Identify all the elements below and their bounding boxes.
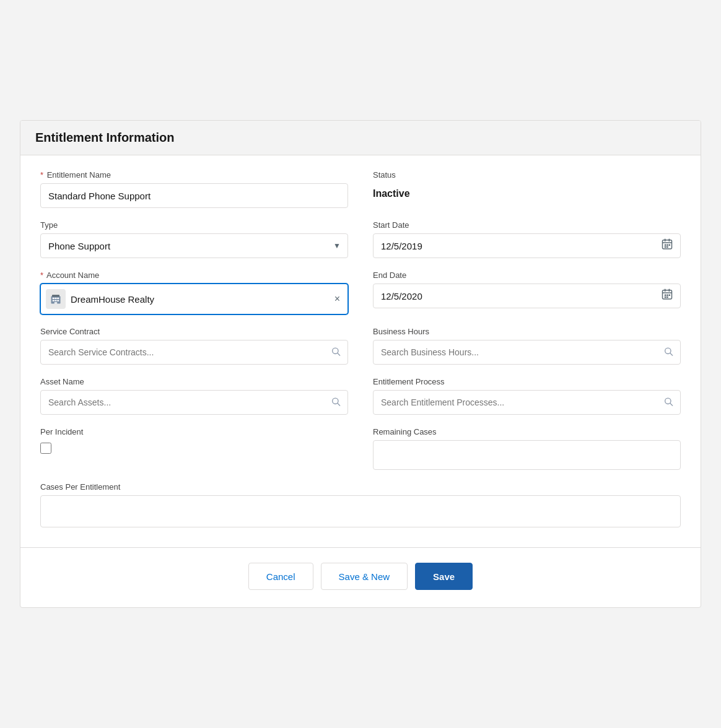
business-hours-wrapper bbox=[373, 340, 681, 365]
required-asterisk-2: * bbox=[40, 271, 43, 280]
service-contract-group: Service Contract bbox=[40, 327, 348, 365]
asset-name-input[interactable] bbox=[40, 390, 348, 415]
entitlement-process-wrapper bbox=[373, 390, 681, 415]
entitlement-process-label: Entitlement Process bbox=[373, 377, 681, 386]
cases-per-entitlement-input[interactable] bbox=[40, 495, 681, 527]
asset-name-wrapper bbox=[40, 390, 348, 415]
account-building-icon bbox=[46, 289, 66, 309]
per-incident-group: Per Incident bbox=[40, 427, 348, 470]
account-name-label: * Account Name bbox=[40, 271, 348, 280]
entitlement-process-group: Entitlement Process bbox=[373, 377, 681, 415]
status-label: Status bbox=[373, 170, 681, 180]
type-select[interactable]: Phone Support Web Email bbox=[40, 233, 348, 258]
account-name-text: DreamHouse Realty bbox=[71, 294, 332, 305]
svg-rect-22 bbox=[665, 295, 666, 297]
svg-rect-4 bbox=[665, 245, 666, 246]
svg-rect-11 bbox=[53, 298, 55, 299]
business-hours-input[interactable] bbox=[373, 340, 681, 365]
svg-rect-10 bbox=[52, 295, 59, 297]
modal-header: Entitlement Information bbox=[20, 121, 701, 155]
service-contract-input[interactable] bbox=[40, 340, 348, 365]
cancel-button[interactable]: Cancel bbox=[248, 563, 313, 590]
start-date-wrapper bbox=[373, 233, 681, 258]
cases-per-entitlement-label: Cases Per Entitlement bbox=[40, 482, 681, 492]
remaining-cases-label: Remaining Cases bbox=[373, 427, 681, 436]
save-new-button[interactable]: Save & New bbox=[321, 563, 408, 590]
svg-rect-16 bbox=[57, 300, 59, 301]
svg-rect-7 bbox=[665, 246, 666, 248]
remaining-cases-group: Remaining Cases bbox=[373, 427, 681, 470]
start-date-label: Start Date bbox=[373, 220, 681, 230]
status-group: Status Inactive bbox=[373, 170, 681, 208]
svg-rect-5 bbox=[666, 245, 668, 246]
per-incident-label: Per Incident bbox=[40, 427, 348, 436]
svg-rect-26 bbox=[666, 297, 668, 298]
entitlement-information-modal: Entitlement Information * Entitlement Na… bbox=[20, 120, 701, 608]
start-date-input[interactable] bbox=[373, 233, 681, 258]
save-button[interactable]: Save bbox=[415, 563, 473, 590]
business-hours-label: Business Hours bbox=[373, 327, 681, 336]
svg-rect-17 bbox=[55, 302, 58, 303]
modal-title: Entitlement Information bbox=[35, 131, 686, 145]
end-date-wrapper bbox=[373, 284, 681, 308]
svg-rect-14 bbox=[53, 300, 55, 301]
type-label: Type bbox=[40, 220, 348, 230]
svg-rect-13 bbox=[57, 298, 59, 299]
entitlement-name-input[interactable] bbox=[40, 183, 348, 208]
entitlement-name-label: * Entitlement Name bbox=[40, 170, 348, 180]
modal-body: * Entitlement Name Status Inactive Type … bbox=[20, 155, 701, 542]
entitlement-name-group: * Entitlement Name bbox=[40, 170, 348, 208]
type-group: Type Phone Support Web Email ▼ bbox=[40, 220, 348, 258]
svg-rect-24 bbox=[669, 295, 671, 297]
end-date-input[interactable] bbox=[373, 284, 681, 308]
modal-footer: Cancel Save & New Save bbox=[20, 547, 701, 607]
remaining-cases-input[interactable] bbox=[373, 440, 681, 470]
per-incident-checkbox-wrapper bbox=[40, 443, 348, 454]
account-input-wrapper[interactable]: DreamHouse Realty × bbox=[40, 284, 348, 314]
asset-name-label: Asset Name bbox=[40, 377, 348, 386]
svg-rect-8 bbox=[666, 246, 668, 248]
end-calendar-icon[interactable] bbox=[661, 288, 673, 304]
asset-name-group: Asset Name bbox=[40, 377, 348, 415]
svg-rect-6 bbox=[669, 245, 671, 246]
status-value: Inactive bbox=[373, 183, 681, 199]
type-select-wrapper: Phone Support Web Email ▼ bbox=[40, 233, 348, 258]
service-contract-label: Service Contract bbox=[40, 327, 348, 336]
svg-rect-15 bbox=[55, 300, 57, 301]
required-asterisk: * bbox=[40, 170, 43, 180]
end-date-label: End Date bbox=[373, 271, 681, 280]
svg-rect-12 bbox=[55, 298, 57, 299]
account-clear-button[interactable]: × bbox=[332, 292, 343, 306]
service-contract-wrapper bbox=[40, 340, 348, 365]
start-date-group: Start Date bbox=[373, 220, 681, 258]
cases-per-entitlement-group: Cases Per Entitlement bbox=[40, 482, 681, 527]
account-name-group: * Account Name bbox=[40, 271, 348, 314]
per-incident-checkbox[interactable] bbox=[40, 443, 51, 454]
entitlement-process-input[interactable] bbox=[373, 390, 681, 415]
form-grid: * Entitlement Name Status Inactive Type … bbox=[40, 170, 681, 527]
svg-rect-25 bbox=[665, 297, 666, 298]
end-date-group: End Date bbox=[373, 271, 681, 314]
business-hours-group: Business Hours bbox=[373, 327, 681, 365]
svg-rect-23 bbox=[666, 295, 668, 297]
calendar-icon[interactable] bbox=[661, 238, 673, 254]
